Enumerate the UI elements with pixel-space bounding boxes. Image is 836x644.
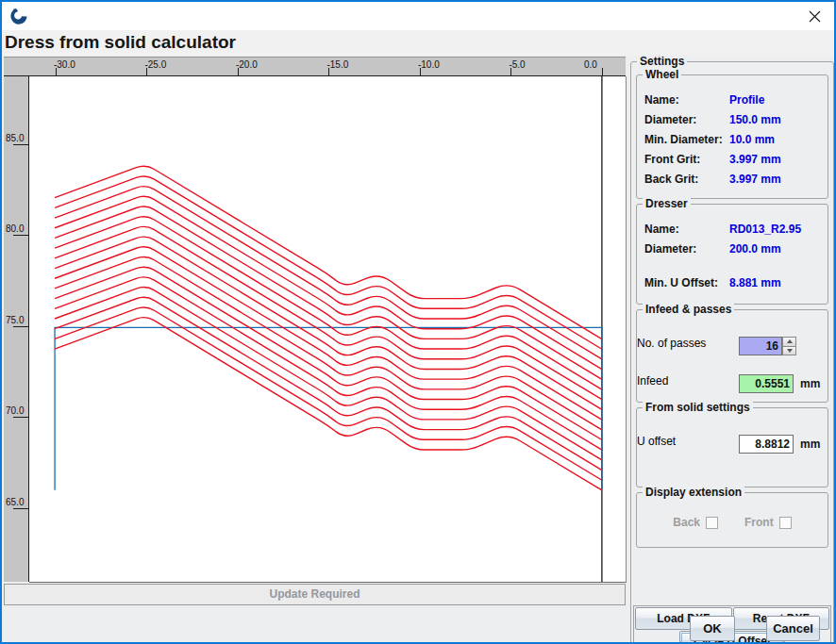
cancel-button[interactable]: Cancel — [766, 616, 820, 641]
back-checkbox[interactable] — [706, 517, 718, 529]
wheel-back-grit-value: 3.997 mm — [729, 173, 781, 186]
back-checkbox-label: Back — [673, 516, 700, 529]
target-profile-line — [55, 327, 602, 489]
back-checkbox-item: Back — [673, 516, 718, 529]
dress-pass-curve — [55, 307, 602, 480]
infeed-label: Infeed — [637, 374, 668, 388]
dress-pass-curve — [55, 247, 602, 420]
dress-pass-curve — [55, 196, 602, 369]
titlebar[interactable] — [2, 2, 834, 30]
wheel-group: Wheel Name: Profile Diameter: 150.0 mm M… — [636, 74, 828, 199]
dresser-diameter-label: Diameter: — [644, 242, 696, 256]
wheel-name-label: Name: — [644, 93, 679, 107]
x-tick-label: 0.0 — [584, 59, 597, 70]
dresser-name-row: Name: RD013_R2.95 — [637, 220, 828, 239]
wheel-name-value: Profile — [729, 93, 764, 107]
ok-button[interactable]: OK — [690, 616, 735, 641]
u-offset-input[interactable]: 8.8812 — [739, 435, 794, 454]
spinner-down-button[interactable] — [782, 347, 796, 356]
dress-pass-curve — [55, 288, 602, 460]
infeed-unit-label: mm — [800, 377, 820, 390]
u-offset-label: U offset — [637, 435, 676, 448]
plot-area: -30.0-25.0-20.0-15.0-10.0-5.00.0 85.080.… — [4, 56, 627, 605]
wheel-diameter-label: Diameter: — [644, 113, 696, 126]
x-tick-label: -20.0 — [236, 59, 258, 70]
wheel-diameter-value: 150.0 mm — [729, 113, 781, 126]
dress-pass-curve — [55, 297, 602, 470]
settings-panel: Settings Wheel Name: Profile Diameter: 1… — [628, 56, 836, 644]
wheel-min-diameter-row: Min. Diameter: 10.0 mm — [637, 130, 828, 150]
y-tick — [13, 235, 28, 236]
dresser-name-label: Name: — [644, 223, 679, 236]
dresser-group: Dresser Name: RD013_R2.95 Diameter: 200.… — [636, 204, 828, 305]
dress-pass-curve — [55, 277, 602, 450]
close-icon[interactable] — [804, 7, 825, 25]
dresser-min-u-offset-value: 8.881 mm — [729, 276, 781, 289]
x-tick-label: -10.0 — [418, 59, 440, 70]
from-solid-group-label: From solid settings — [643, 401, 753, 414]
dress-pass-curve — [55, 318, 602, 490]
dress-pass-curve — [55, 267, 602, 439]
front-checkbox-label: Front — [744, 516, 774, 529]
passes-input[interactable]: 16 — [739, 337, 782, 355]
y-tick-label: 80.0 — [6, 223, 24, 234]
dress-pass-curve — [55, 166, 602, 339]
status-bar: Update Required — [4, 584, 626, 605]
dresser-min-u-offset-row: Min. U Offset: 8.881 mm — [637, 273, 828, 293]
dresser-diameter-value: 200.0 mm — [729, 242, 781, 256]
x-tick-label: -25.0 — [144, 59, 166, 70]
x-tick — [602, 68, 603, 75]
wheel-back-grit-row: Back Grit: 3.997 mm — [637, 170, 828, 190]
infeed-passes-group-label: Infeed & passes — [643, 303, 734, 316]
wheel-name-row: Name: Profile — [637, 91, 828, 110]
x-tick-label: -15.0 — [326, 59, 348, 70]
passes-label: No. of passes — [637, 337, 706, 350]
passes-stepper — [782, 337, 796, 355]
y-tick — [13, 144, 28, 145]
infeed-row: Infeed 0.5551 mm — [637, 374, 828, 395]
y-tick-label: 70.0 — [6, 405, 24, 416]
y-tick-label: 85.0 — [6, 133, 24, 143]
x-tick-label: -5.0 — [509, 59, 525, 70]
page-title: Dress from solid calculator — [2, 30, 834, 56]
wheel-group-label: Wheel — [643, 68, 681, 81]
settings-group-label: Settings — [637, 55, 687, 68]
front-checkbox[interactable] — [779, 517, 792, 529]
wheel-front-grit-value: 3.997 mm — [729, 153, 781, 166]
profile-plot-canvas — [29, 76, 627, 583]
vertical-ruler: 85.080.075.070.065.0 — [4, 76, 29, 582]
infeed-passes-group: Infeed & passes No. of passes 16 Infeed — [636, 309, 828, 403]
wheel-min-diameter-value: 10.0 mm — [729, 133, 775, 146]
dresser-name-value: RD013_R2.95 — [729, 223, 801, 236]
display-extension-group-label: Display extension — [643, 486, 744, 499]
y-tick-label: 65.0 — [6, 497, 24, 507]
dress-pass-curve — [55, 226, 602, 399]
dresser-min-u-offset-label: Min. U Offset: — [644, 276, 718, 289]
front-checkbox-item: Front — [744, 516, 792, 529]
u-offset-row: U offset 8.8812 mm — [637, 435, 828, 455]
wheel-front-grit-row: Front Grit: 3.997 mm — [637, 150, 828, 170]
dress-pass-curve — [55, 256, 602, 429]
infeed-input[interactable]: 0.5551 — [739, 374, 794, 393]
dress-pass-curve — [55, 187, 602, 359]
dress-pass-curve — [55, 176, 602, 349]
from-solid-group: From solid settings U offset 8.8812 mm — [636, 407, 828, 487]
dress-from-solid-dialog: Dress from solid calculator -30.0-25.0-2… — [0, 0, 836, 644]
display-extension-group: Display extension Back Front — [636, 492, 828, 548]
arrow-down-icon — [787, 349, 793, 353]
wheel-front-grit-label: Front Grit: — [644, 153, 700, 166]
arrow-up-icon — [787, 339, 793, 343]
x-tick-label: -30.0 — [54, 59, 75, 70]
u-offset-unit-label: mm — [800, 438, 820, 451]
passes-row: No. of passes 16 — [637, 337, 828, 357]
y-tick — [13, 326, 28, 327]
dress-pass-curve — [55, 237, 602, 409]
dresser-diameter-row: Diameter: 200.0 mm — [637, 239, 828, 259]
dress-pass-curve — [55, 217, 602, 389]
spinner-up-button[interactable] — [782, 337, 796, 347]
dresser-group-label: Dresser — [643, 197, 691, 210]
settings-group: Settings Wheel Name: Profile Diameter: 1… — [630, 61, 834, 644]
y-tick-label: 75.0 — [6, 315, 24, 325]
wheel-back-grit-label: Back Grit: — [644, 173, 698, 186]
app-icon — [9, 7, 28, 25]
